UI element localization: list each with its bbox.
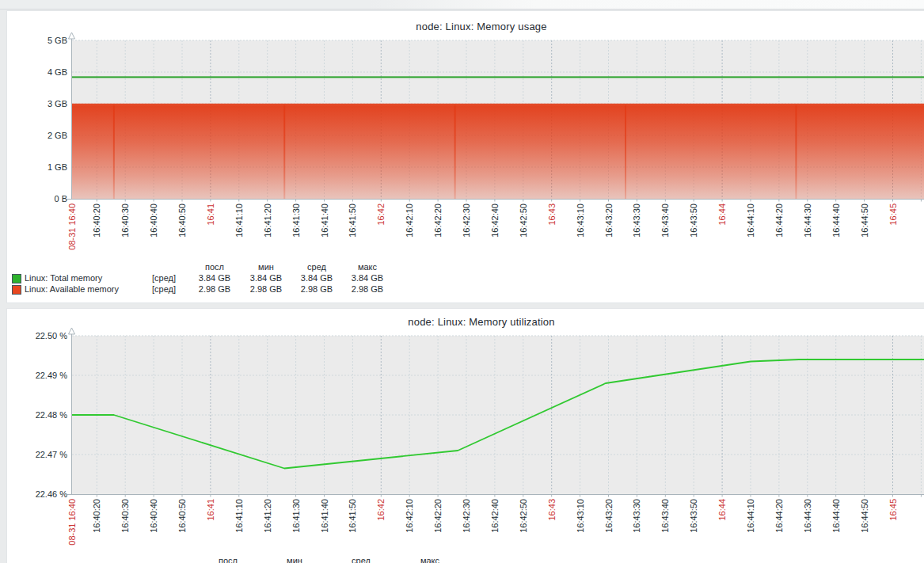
x-axis-label: 16:43:50 <box>689 204 698 272</box>
x-axis-label: 16:42 <box>376 499 386 563</box>
y-axis-label: 22.49 % <box>18 371 67 380</box>
x-axis-label: 16:42:30 <box>462 499 471 563</box>
y-axis-label: 5 GB <box>18 36 67 45</box>
x-axis-label: 16:41 <box>206 499 215 563</box>
x-axis-label: 16:43:30 <box>632 204 641 272</box>
x-axis-label: 16:41:50 <box>348 499 357 563</box>
y-axis-label: 3 GB <box>18 99 67 108</box>
x-axis-label: 16:43:40 <box>660 499 670 563</box>
x-axis-label: 16:44:30 <box>803 499 812 563</box>
x-axis-label: 16:42:50 <box>519 204 528 272</box>
x-axis-label: 16:44 <box>717 499 727 563</box>
x-axis-label: 16:45 <box>888 204 898 272</box>
chart-title-memory-utilization: node: Linux: Memory utilization <box>0 316 924 328</box>
legend-column-header: макс <box>336 262 399 272</box>
x-axis-label: 16:42:50 <box>519 499 528 563</box>
legend-column-header: посл <box>196 556 260 563</box>
x-axis-label: 16:43:50 <box>689 499 698 563</box>
graphs-canvas[interactable] <box>0 0 924 563</box>
chart-title-memory-usage: node: Linux: Memory usage <box>0 21 924 32</box>
gradient-seam <box>795 105 797 199</box>
legend-stat-value: 2.98 GB <box>336 284 399 295</box>
legend-column-header: сред <box>329 556 393 563</box>
x-axis-label: 16:41:10 <box>234 499 244 563</box>
x-axis-label: 16:41:40 <box>320 499 329 563</box>
x-axis-label: 16:44:40 <box>831 204 841 272</box>
x-axis-label: 16:44:10 <box>746 499 755 563</box>
x-axis-label: 16:44 <box>717 204 727 272</box>
x-axis-label: 16:42:20 <box>433 204 443 272</box>
x-axis-label: 16:43:10 <box>576 204 585 272</box>
x-axis-label: 16:42:40 <box>490 499 500 563</box>
x-axis-label: 16:42:10 <box>405 204 414 272</box>
total-memory-series <box>72 76 924 78</box>
x-axis-label: 16:43:40 <box>660 204 670 272</box>
available-memory-series <box>72 104 924 199</box>
y-axis-label: 22.46 % <box>18 489 67 499</box>
x-axis-label: 16:43 <box>547 499 557 563</box>
x-axis-label: 16:40:20 <box>92 204 101 272</box>
x-axis-label: 16:43:10 <box>576 499 585 563</box>
y-axis-label: 1 GB <box>18 162 67 172</box>
y-axis-label: 0 B <box>18 194 67 204</box>
x-axis-label: 16:43:30 <box>632 499 641 563</box>
legend-color-swatch <box>12 274 21 283</box>
x-axis-label: 16:44:50 <box>860 204 869 272</box>
y-axis-label: 4 GB <box>18 67 67 77</box>
legend-column-header: макс <box>398 556 462 563</box>
x-axis-label: 16:44:50 <box>860 499 869 563</box>
x-axis-label: 16:44:20 <box>774 204 784 272</box>
x-axis-label: 16:40:40 <box>149 204 158 272</box>
x-axis-label: 16:44:20 <box>774 499 784 563</box>
x-axis-label: 16:40:50 <box>177 499 187 563</box>
x-axis-label: 16:44:10 <box>746 204 755 272</box>
legend-stat-value: 3.84 GB <box>336 273 399 283</box>
x-axis-label: 16:40:20 <box>92 499 101 563</box>
y-axis-label: 22.48 % <box>18 410 67 420</box>
y-axis-label: 22.47 % <box>18 450 67 459</box>
x-axis-label: 16:45 <box>888 499 898 563</box>
gradient-seam <box>113 105 115 199</box>
x-axis-label: 16:41:30 <box>291 499 301 563</box>
legend-column-header: мин <box>263 556 326 563</box>
y-axis-label: 2 GB <box>18 131 67 140</box>
x-axis-label: 16:40:40 <box>149 499 158 563</box>
x-axis-label: 16:41:20 <box>263 499 272 563</box>
x-axis-label: 16:42:10 <box>405 499 414 563</box>
x-axis-label: 16:44:30 <box>803 204 812 272</box>
x-axis-label: 16:43:20 <box>604 204 614 272</box>
legend-aggregation: [сред] <box>152 284 176 295</box>
x-axis-label: 16:43:20 <box>604 499 614 563</box>
x-axis-label: 16:40:30 <box>120 204 130 272</box>
gradient-seam <box>283 105 285 199</box>
x-axis-label: 16:44:40 <box>831 499 841 563</box>
legend-color-swatch <box>12 285 21 295</box>
x-axis-label: 16:42:30 <box>462 204 471 272</box>
gradient-seam <box>454 105 456 199</box>
x-axis-label: 16:40:30 <box>120 499 130 563</box>
x-axis-label: 16:42:40 <box>490 204 500 272</box>
legend-aggregation: [сред] <box>152 273 176 283</box>
x-axis-label: 08-31 16:40 <box>67 204 77 272</box>
legend-series-name: Linux: Available memory <box>25 284 119 295</box>
x-axis-label: 16:43 <box>547 204 557 272</box>
gradient-seam <box>625 105 626 199</box>
y-axis-label: 22.50 % <box>18 331 67 340</box>
legend-series-name: Linux: Total memory <box>25 273 102 283</box>
x-axis-label: 08-31 16:40 <box>67 499 77 563</box>
x-axis-label: 16:42:20 <box>433 499 443 563</box>
